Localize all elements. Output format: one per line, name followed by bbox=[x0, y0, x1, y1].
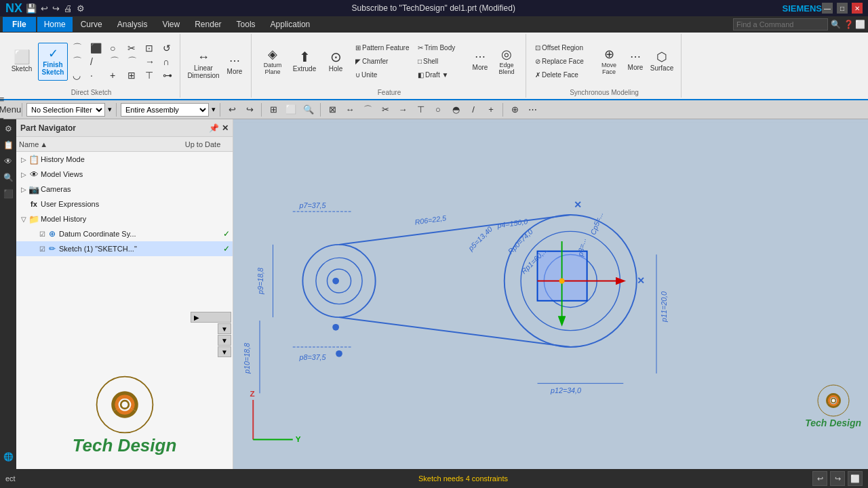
view-button[interactable]: ⬜ bbox=[283, 102, 298, 117]
left-icon-5[interactable]: ⬛ bbox=[1, 187, 15, 201]
mirror-btn[interactable]: ⊤ bbox=[413, 102, 428, 117]
assembly-select[interactable]: Entire Assembly bbox=[121, 103, 209, 117]
offset-region-button[interactable]: ⊡ Offset Region bbox=[532, 42, 593, 54]
assembly-dropdown-icon[interactable]: ▾ bbox=[212, 105, 216, 114]
datum-checkbox[interactable]: ☑ bbox=[39, 230, 45, 238]
status-btn-1[interactable]: ↩ bbox=[812, 471, 827, 486]
trim-btn[interactable]: ✂ bbox=[378, 102, 393, 117]
menu-render[interactable]: Render bbox=[188, 17, 228, 32]
menu-home[interactable]: Home bbox=[37, 17, 73, 32]
minimize-button[interactable]: — bbox=[822, 3, 833, 14]
tree-item-model-history[interactable]: ▽ 📁 Model History bbox=[16, 211, 233, 226]
print-icon[interactable]: 🖨 bbox=[64, 3, 73, 14]
finish-sketch-button[interactable]: ✓ Finish Sketch bbox=[38, 43, 68, 81]
command-search-input[interactable] bbox=[733, 18, 828, 30]
menu-application[interactable]: Application bbox=[264, 17, 317, 32]
edge-blend-button[interactable]: ◎ Edge Blend bbox=[492, 43, 521, 81]
expand-model-history[interactable]: ▽ bbox=[19, 214, 28, 224]
expand-model-views[interactable]: ▷ bbox=[19, 169, 28, 179]
close-button[interactable]: ✕ bbox=[852, 3, 863, 14]
snap-button[interactable]: ⊞ bbox=[266, 102, 281, 117]
offset-tool[interactable]: ⊡ bbox=[142, 42, 158, 54]
settings-icon[interactable]: ⚙ bbox=[77, 3, 85, 14]
sketch1-checkbox[interactable]: ☑ bbox=[39, 245, 45, 253]
tree-item-history-mode[interactable]: ▷ 📋 History Mode bbox=[16, 152, 233, 167]
curve-tool-1[interactable]: ⌒ bbox=[69, 42, 85, 54]
col-name-header[interactable]: Name ▲ bbox=[19, 140, 176, 148]
tree-item-user-expr[interactable]: ▷ fx User Expressions bbox=[16, 197, 233, 211]
left-icon-6[interactable]: 🌐 bbox=[1, 450, 15, 464]
menu-button[interactable]: ≡ Menu ▾ bbox=[3, 102, 18, 117]
save-icon[interactable]: 💾 bbox=[26, 3, 37, 14]
expand-history-mode[interactable]: ▷ bbox=[19, 155, 28, 164]
plus-btn[interactable]: + bbox=[484, 102, 498, 117]
left-icon-3[interactable]: 👁 bbox=[1, 155, 15, 168]
tree-item-datum-coord[interactable]: ▷ ☑ ⊕ Datum Coordinate Sy... ✓ bbox=[16, 226, 233, 241]
menu-view[interactable]: View bbox=[155, 17, 186, 32]
extend-btn[interactable]: → bbox=[395, 102, 410, 117]
fillet-tool[interactable]: ⌒ bbox=[124, 56, 140, 68]
tree-item-model-views[interactable]: ▷ 👁 Model Views bbox=[16, 167, 233, 182]
selection-filter-select[interactable]: No Selection Filter bbox=[26, 103, 105, 117]
circle-btn[interactable]: ○ bbox=[431, 102, 446, 117]
unite-button[interactable]: ∪ Unite bbox=[352, 69, 413, 81]
dimension-tool[interactable]: ↔ bbox=[342, 102, 357, 117]
filter-dropdown-icon[interactable]: ▾ bbox=[108, 105, 112, 114]
rect-tool[interactable]: ⬛ bbox=[87, 42, 105, 54]
nav-pin-icon[interactable]: 📌 bbox=[209, 123, 219, 133]
pattern-feature-button[interactable]: ⊞ Pattern Feature bbox=[352, 42, 413, 54]
trim-body-button[interactable]: ✂ Trim Body bbox=[414, 42, 469, 54]
plus-tool[interactable]: + bbox=[106, 69, 123, 81]
left-icon-2[interactable]: 📋 bbox=[1, 138, 15, 152]
line-btn[interactable]: / bbox=[466, 102, 481, 117]
left-icon-1[interactable]: ⚙ bbox=[1, 122, 15, 136]
point-tool[interactable]: · bbox=[87, 69, 105, 81]
convert-tool[interactable]: ↺ bbox=[159, 42, 176, 54]
more-tools[interactable]: ⋯ bbox=[525, 102, 540, 117]
trim-tool[interactable]: ✂ bbox=[124, 42, 140, 54]
more-feature-button[interactable]: ⋯ More bbox=[470, 43, 490, 81]
menu-curve[interactable]: Curve bbox=[74, 17, 109, 32]
mirror-tool[interactable]: ⊤ bbox=[142, 69, 158, 81]
expand-cameras[interactable]: ▷ bbox=[19, 184, 28, 194]
draft-button[interactable]: ◧ Draft ▼ bbox=[414, 69, 469, 81]
replace-face-button[interactable]: ⊘ Replace Face bbox=[532, 56, 593, 68]
scroll-down-btn-3[interactable]: ▼ bbox=[218, 346, 231, 357]
window-icon[interactable]: ⬜ bbox=[855, 20, 865, 29]
redo-icon[interactable]: ↪ bbox=[52, 3, 60, 14]
datum-plane-button[interactable]: ◈ Datum Plane bbox=[257, 43, 288, 81]
shell-button[interactable]: □ Shell bbox=[414, 56, 469, 68]
project-tool[interactable]: ⊶ bbox=[159, 69, 176, 81]
menu-analysis[interactable]: Analysis bbox=[111, 17, 155, 32]
canvas-area[interactable]: p7=37,5 p8=37,5 p9=18,8 p10=18,8 p11=20,… bbox=[233, 119, 868, 469]
surface-button[interactable]: ⬡ Surface bbox=[647, 43, 677, 81]
chamfer-button[interactable]: ◤ Chamfer bbox=[352, 56, 413, 68]
scroll-right-btn[interactable]: ▶ bbox=[191, 312, 231, 323]
left-icon-4[interactable]: 🔍 bbox=[1, 171, 15, 184]
toolbar-undo[interactable]: ↩ bbox=[224, 102, 239, 117]
more-sync-button[interactable]: ⋯ More bbox=[625, 43, 646, 81]
arc-btn[interactable]: ◓ bbox=[448, 102, 463, 117]
tree-item-sketch1[interactable]: ▷ ☑ ✏ Sketch (1) "SKETCH..." ✓ bbox=[16, 241, 233, 256]
maximize-button[interactable]: □ bbox=[837, 3, 848, 14]
scroll-down-btn-2[interactable]: ▼ bbox=[218, 335, 231, 346]
intersect-tool[interactable]: ∩ bbox=[159, 56, 176, 68]
sketch-curve[interactable]: ⌒ bbox=[360, 102, 375, 117]
move-obj[interactable]: ⊕ bbox=[507, 102, 522, 117]
linear-dimension-button[interactable]: ↔ Linear Dimension bbox=[186, 46, 221, 84]
menu-tools[interactable]: Tools bbox=[230, 17, 262, 32]
zoom-button[interactable]: 🔍 bbox=[301, 102, 316, 117]
scroll-down-btn-1[interactable]: ▼ bbox=[218, 323, 231, 334]
constraint-button[interactable]: ⊠ bbox=[325, 102, 340, 117]
curve-tool-3[interactable]: ◡ bbox=[69, 69, 85, 81]
extrude-button[interactable]: ⬆ Extrude bbox=[290, 43, 319, 81]
arc-tool[interactable]: ⌒ bbox=[106, 56, 123, 68]
help-icon[interactable]: ❓ bbox=[844, 20, 854, 29]
hole-button[interactable]: ⊙ Hole bbox=[321, 43, 351, 81]
sketch-button[interactable]: ⬜ Sketch bbox=[7, 43, 37, 81]
curve-tool-2[interactable]: ⌒ bbox=[69, 56, 85, 68]
more-dimension-button[interactable]: ⋯ More bbox=[222, 46, 247, 84]
status-btn-2[interactable]: ↪ bbox=[830, 471, 845, 486]
nav-close-icon[interactable]: ✕ bbox=[222, 123, 229, 133]
toolbar-redo[interactable]: ↪ bbox=[242, 102, 257, 117]
